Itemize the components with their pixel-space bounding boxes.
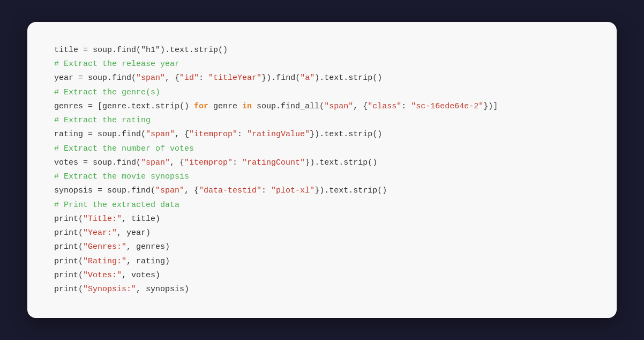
code-line: # Extract the release year <box>54 57 590 71</box>
code-token: : <box>233 158 242 167</box>
code-line: print("Synopsis:", synopsis) <box>54 283 590 297</box>
code-line: print("Year:", year) <box>54 226 590 240</box>
code-token: soup.find_all( <box>252 102 324 111</box>
code-line: year = soup.find("span", {"id": "titleYe… <box>54 71 590 85</box>
code-token: , { <box>170 158 184 167</box>
code-token: }).find( <box>261 73 300 83</box>
code-token: print( <box>54 242 83 252</box>
code-token: "class" <box>368 102 401 111</box>
code-token: in <box>242 102 252 111</box>
code-token: "span" <box>324 102 353 111</box>
code-token: "Votes:" <box>83 271 122 280</box>
code-line: # Extract the rating <box>54 114 590 128</box>
code-token: "sc-16ede64e-2" <box>411 102 483 111</box>
code-token: print( <box>54 271 83 280</box>
code-token: synopsis = soup.find( <box>54 186 155 195</box>
code-line: votes = soup.find("span", {"itemprop": "… <box>54 156 590 170</box>
code-token: print( <box>54 228 83 238</box>
code-token: }).text.strip() <box>305 158 377 167</box>
code-token: "itemprop" <box>189 130 237 139</box>
code-token: })] <box>483 102 498 111</box>
code-token: : <box>237 130 247 139</box>
code-token: "plot-xl" <box>271 186 314 195</box>
code-token: print( <box>54 285 83 294</box>
code-line: # Print the extracted data <box>54 198 590 212</box>
code-line: # Extract the genre(s) <box>54 86 590 100</box>
code-line: title = soup.find("h1").text.strip() <box>54 43 590 57</box>
code-token: , { <box>165 73 179 83</box>
code-token: , { <box>175 130 189 139</box>
code-line: print("Votes:", votes) <box>54 269 590 283</box>
code-token: genres = [genre.text.strip() <box>54 102 194 111</box>
code-token: : <box>401 102 411 111</box>
code-line: print("Title:", title) <box>54 212 590 226</box>
code-token: "Synopsis:" <box>83 285 136 294</box>
code-token: "data-testid" <box>199 186 261 195</box>
code-token: genre <box>208 102 242 111</box>
code-token: votes = soup.find( <box>54 158 141 167</box>
code-block: title = soup.find("h1").text.strip()# Ex… <box>54 43 590 297</box>
code-token: "itemprop" <box>184 158 233 167</box>
code-token: "ratingCount" <box>242 158 305 167</box>
code-token: "span" <box>136 73 165 83</box>
code-token: "titleYear" <box>208 73 261 83</box>
code-token: , rating) <box>126 257 170 266</box>
code-token: : <box>261 186 271 195</box>
code-token: }).text.strip() <box>314 186 387 195</box>
code-container: title = soup.find("h1").text.strip()# Ex… <box>27 22 617 319</box>
code-token: "Genres:" <box>83 242 126 252</box>
code-line: genres = [genre.text.strip() for genre i… <box>54 100 590 114</box>
code-token: rating = soup.find( <box>54 130 146 139</box>
code-token: , { <box>353 102 368 111</box>
code-token: , synopsis) <box>136 285 189 294</box>
code-line: print("Genres:", genres) <box>54 240 590 254</box>
code-token: , genres) <box>126 242 170 252</box>
code-token: print( <box>54 257 83 266</box>
code-token: "id" <box>179 73 199 83</box>
code-token: , year) <box>117 228 151 238</box>
code-token: "Title:" <box>83 215 122 224</box>
code-token: "a" <box>300 73 314 83</box>
code-line: print("Rating:", rating) <box>54 255 590 269</box>
code-token: "ratingValue" <box>247 130 310 139</box>
code-token: }).text.strip() <box>310 130 382 139</box>
code-token: , votes) <box>122 271 160 280</box>
code-token: "span" <box>141 158 170 167</box>
code-line: # Extract the movie synopsis <box>54 170 590 184</box>
code-token: "span" <box>155 186 184 195</box>
code-token: year = soup.find( <box>54 73 136 83</box>
code-token: print( <box>54 215 83 224</box>
code-line: # Extract the number of votes <box>54 142 590 156</box>
code-token: "span" <box>146 130 175 139</box>
code-line: synopsis = soup.find("span", {"data-test… <box>54 184 590 198</box>
code-token: , { <box>184 186 199 195</box>
code-token: "Rating:" <box>83 257 126 266</box>
code-line: rating = soup.find("span", {"itemprop": … <box>54 128 590 142</box>
code-token: , title) <box>122 215 160 224</box>
code-token: ).text.strip() <box>314 73 382 83</box>
code-token: "Year:" <box>83 228 117 238</box>
code-token: : <box>199 73 208 83</box>
code-token: for <box>194 102 208 111</box>
